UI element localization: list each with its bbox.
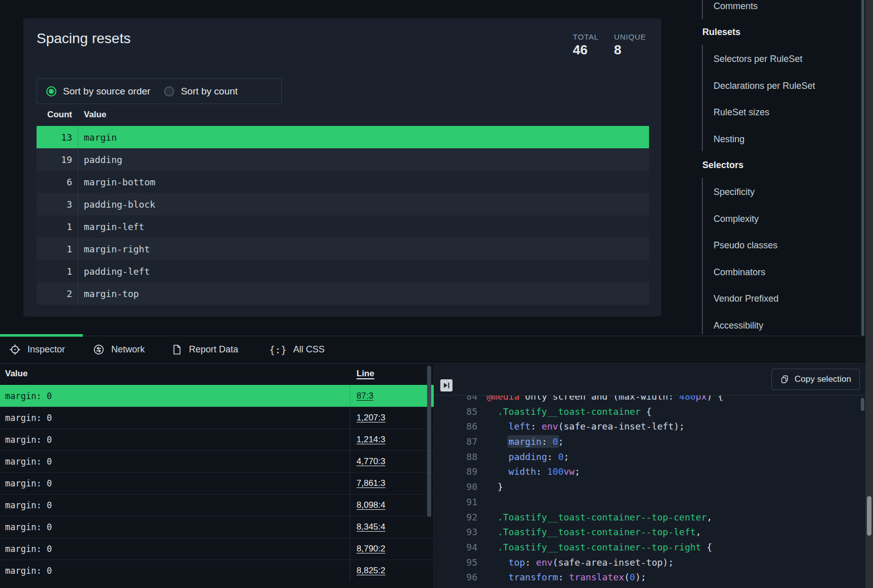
code-scroll-area[interactable]: 84@media only screen and (max-width: 480…	[435, 396, 873, 588]
copy-selection-button[interactable]: Copy selection	[771, 369, 860, 390]
crosshair-icon	[9, 344, 21, 355]
declaration-text: margin: 0	[5, 495, 52, 516]
table-row[interactable]: 1margin-right	[37, 238, 649, 260]
sidebar-section-rulesets: Rulesets	[702, 25, 740, 39]
row-count: 1	[37, 221, 72, 232]
line-number: 87	[435, 434, 477, 449]
line-number: 93	[435, 525, 477, 540]
line-link[interactable]: 8,098:4	[357, 500, 385, 510]
sidebar-item-accessibility[interactable]: Accessibility	[714, 319, 763, 332]
sidebar-item-ruleset-sizes[interactable]: RuleSet sizes	[714, 106, 769, 118]
sidebar-item-pseudo-classes[interactable]: Pseudo classes	[714, 239, 778, 251]
radio-icon[interactable]	[164, 86, 174, 96]
line-number: 92	[435, 510, 477, 525]
declaration-text: margin: 0	[5, 451, 52, 472]
table-row[interactable]: 1margin-left	[37, 215, 649, 238]
sidebar-item-declarations-per-ruleset[interactable]: Declarations per RuleSet	[714, 80, 815, 92]
code-line: 85 .Toastify__toast-container {	[435, 404, 873, 419]
table-row[interactable]: 6margin-bottom	[37, 171, 649, 193]
sidebar-item-combinators[interactable]: Combinators	[714, 266, 765, 278]
tab-label: Network	[111, 344, 145, 355]
inspector-row[interactable]: margin: 087:3	[0, 385, 434, 407]
line-number: 94	[435, 540, 477, 555]
sidebar-item-selectors-per-ruleset[interactable]: Selectors per RuleSet	[714, 53, 802, 65]
line-link[interactable]: 7,861:3	[357, 478, 385, 488]
line-number: 90	[435, 479, 477, 495]
table-row[interactable]: 3padding-block	[37, 193, 649, 215]
line-link[interactable]: 8,790:2	[357, 544, 385, 554]
sort-by-source-order-option[interactable]: Sort by source order	[46, 86, 150, 97]
inspector-row[interactable]: margin: 08,790:2	[0, 538, 434, 560]
table-row[interactable]: 2margin-top	[37, 282, 649, 305]
sidebar-item-vendor-prefixed[interactable]: Vendor Prefixed	[714, 292, 779, 305]
line-cell: 1,207:3	[350, 407, 385, 429]
sidebar-scrollbar[interactable]	[861, 0, 864, 336]
inspector-row[interactable]: margin: 01,214:3	[0, 429, 434, 450]
inspector-row[interactable]: margin: 08,345:4	[0, 516, 434, 538]
line-link[interactable]: 4,770:3	[357, 456, 385, 467]
sort-radio-group: Sort by source order Sort by count	[37, 78, 282, 104]
declaration-text: margin: 0	[5, 385, 52, 407]
code-text: @media only screen and (max-width: 480px…	[477, 396, 723, 404]
line-number: 89	[435, 464, 477, 479]
row-value: margin-right	[78, 244, 150, 254]
table-row[interactable]: 1padding-left	[37, 260, 649, 282]
code-text: .Toastify__toast-container {	[477, 404, 652, 419]
line-link[interactable]: 8,345:4	[357, 522, 385, 532]
tab-label: Inspector	[27, 344, 65, 355]
line-link[interactable]: 1,207:3	[357, 413, 385, 423]
row-value: padding-left	[78, 266, 150, 277]
sidebar-item-comments[interactable]: Comments	[714, 0, 758, 12]
sidebar-item-nesting[interactable]: Nesting	[714, 133, 745, 145]
line-number: 86	[435, 419, 477, 434]
value-column-header: Value	[72, 110, 106, 120]
inspector-row[interactable]: margin: 01,207:3	[0, 407, 434, 429]
tab-network[interactable]: Network	[93, 336, 145, 363]
code-text: margin: 0;	[477, 434, 564, 449]
sort-by-count-option[interactable]: Sort by count	[164, 86, 238, 97]
tab-all-css[interactable]: {:}All CSS	[269, 336, 325, 363]
page-scrollbar-thumb[interactable]	[867, 496, 871, 536]
inspector-row[interactable]: margin: 07,861:3	[0, 472, 434, 494]
sidebar-item-complexity[interactable]: Complexity	[714, 213, 759, 225]
spacing-resets-card: Spacing resets TOTAL 46 UNIQUE 8 Sort by…	[23, 18, 661, 316]
line-number: 84	[435, 396, 477, 404]
row-value: padding	[78, 154, 122, 165]
highlighted-declaration: margin: 0	[508, 436, 558, 447]
declaration-text: margin: 0	[5, 516, 52, 538]
row-count: 2	[37, 288, 72, 299]
inspector-row[interactable]: margin: 08,098:4	[0, 494, 434, 516]
row-count: 19	[37, 154, 72, 165]
tab-report-data[interactable]: Report Data	[171, 336, 238, 363]
line-link[interactable]: 1,214:3	[357, 435, 385, 445]
code-text: transform: translatex(0);	[477, 570, 646, 585]
page-title: Spacing resets	[37, 30, 131, 47]
code-text: .Toastify__toast-container--top-center,	[477, 510, 712, 525]
line-link[interactable]: 87:3	[357, 391, 373, 401]
row-count: 6	[37, 177, 72, 187]
row-count: 1	[37, 266, 72, 277]
inspector-value-header: Value	[5, 369, 27, 379]
radio-icon[interactable]	[46, 86, 56, 96]
row-count: 1	[37, 244, 72, 254]
code-panel-scrollbar[interactable]	[861, 398, 864, 411]
code-line: 93 .Toastify__toast-container--top-left,	[435, 525, 873, 540]
code-line: 90 }	[435, 479, 873, 495]
row-value: margin-bottom	[78, 177, 155, 187]
inspector-row[interactable]: margin: 08,825:2	[0, 560, 434, 581]
inspector-results-panel: Value Line margin: 087:3margin: 01,207:3…	[0, 364, 434, 588]
line-cell: 8,345:4	[350, 516, 385, 538]
expand-panel-icon[interactable]	[440, 379, 452, 391]
sort-by-source-order-label: Sort by source order	[63, 86, 150, 97]
code-text: .Toastify__toast-container--top-left,	[477, 525, 701, 540]
sidebar-item-specificity[interactable]: Specificity	[714, 186, 755, 198]
line-link[interactable]: 8,825:2	[357, 566, 385, 576]
braces-icon: {:}	[269, 344, 286, 355]
tab-inspector[interactable]: Inspector	[9, 336, 65, 363]
table-row[interactable]: 13margin	[37, 126, 649, 148]
row-count: 13	[37, 132, 72, 143]
table-row[interactable]: 19padding	[37, 148, 649, 171]
inspector-scrollbar[interactable]	[427, 366, 431, 517]
inspector-row[interactable]: margin: 04,770:3	[0, 450, 434, 472]
inspector-line-header[interactable]: Line	[357, 369, 374, 379]
